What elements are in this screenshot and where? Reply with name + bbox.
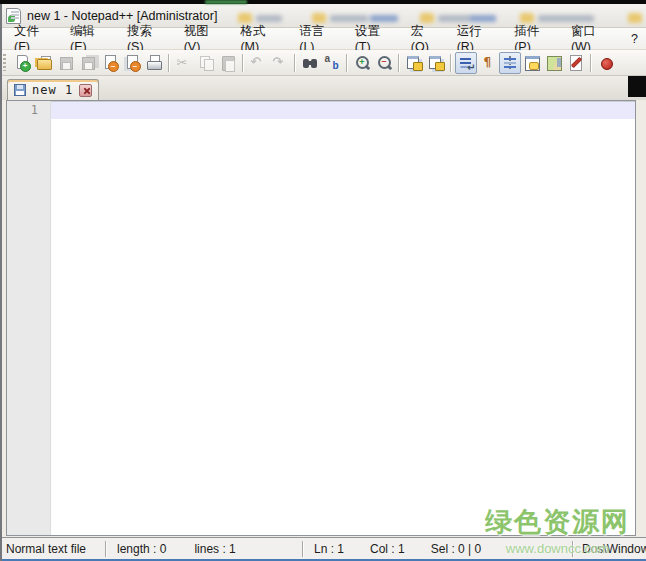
background-window-fragment bbox=[628, 76, 646, 97]
print-icon[interactable] bbox=[143, 52, 165, 74]
doc-type-label: Normal text file bbox=[6, 542, 86, 556]
line-position-label: Ln : 1 bbox=[314, 542, 344, 556]
copy-icon[interactable] bbox=[195, 52, 217, 74]
tab-bar: new 1 bbox=[0, 76, 646, 100]
record-macro-icon[interactable] bbox=[595, 52, 617, 74]
redo-icon[interactable] bbox=[269, 52, 291, 74]
tab-new-1[interactable]: new 1 bbox=[7, 79, 99, 100]
text-content[interactable] bbox=[51, 101, 635, 535]
sync-vertical-scroll-icon[interactable] bbox=[403, 52, 425, 74]
function-list-icon[interactable] bbox=[565, 52, 587, 74]
undo-icon[interactable] bbox=[247, 52, 269, 74]
notepad-plus-plus-window: new 1 - Notepad++ [Administrator] 文件(F)编… bbox=[0, 0, 646, 561]
show-all-characters-icon[interactable] bbox=[477, 52, 499, 74]
menu-item-help[interactable]: ? bbox=[623, 30, 646, 48]
background-folder-icon bbox=[628, 13, 642, 23]
toolbar-separator bbox=[450, 54, 452, 72]
zoom-out-icon[interactable] bbox=[373, 52, 395, 74]
line-number-gutter: 1 bbox=[7, 101, 51, 535]
toolbar-separator bbox=[168, 54, 170, 72]
selection-label: Sel : 0 | 0 bbox=[431, 542, 481, 556]
status-bar: Normal text file length : 0 lines : 1 Ln… bbox=[0, 537, 646, 559]
close-icon[interactable] bbox=[99, 52, 121, 74]
saved-file-icon bbox=[14, 84, 26, 96]
desktop-background-top bbox=[0, 0, 646, 4]
toolbar-separator bbox=[590, 54, 592, 72]
background-green-blob bbox=[205, 0, 247, 4]
replace-icon[interactable] bbox=[321, 52, 343, 74]
toolbar-separator bbox=[242, 54, 244, 72]
zoom-in-icon[interactable] bbox=[351, 52, 373, 74]
line-number: 1 bbox=[7, 101, 50, 117]
column-position-label: Col : 1 bbox=[370, 542, 405, 556]
toolbar bbox=[0, 50, 646, 76]
word-wrap-icon[interactable] bbox=[455, 52, 477, 74]
open-file-icon[interactable] bbox=[33, 52, 55, 74]
window-left-edge bbox=[0, 4, 2, 561]
menu-bar: 文件(F)编辑(E)搜索(S)视图(V)格式(M)语言(L)设置(T)宏(O)运… bbox=[0, 28, 646, 50]
current-line-highlight bbox=[51, 102, 635, 119]
toolbar-separator bbox=[294, 54, 296, 72]
tab-close-icon[interactable] bbox=[79, 84, 92, 97]
toolbar-separator bbox=[398, 54, 400, 72]
length-label: length : 0 bbox=[117, 542, 166, 556]
document-map-icon[interactable] bbox=[543, 52, 565, 74]
paste-icon[interactable] bbox=[217, 52, 239, 74]
indent-guide-icon[interactable] bbox=[499, 52, 521, 74]
save-icon[interactable] bbox=[55, 52, 77, 74]
new-file-icon[interactable] bbox=[11, 52, 33, 74]
editor-area[interactable]: 1 bbox=[6, 100, 636, 536]
tab-label: new 1 bbox=[32, 83, 73, 97]
sync-horizontal-scroll-icon[interactable] bbox=[425, 52, 447, 74]
lines-label: lines : 1 bbox=[194, 542, 235, 556]
toolbar-grip[interactable] bbox=[3, 54, 6, 71]
eol-format-label: Dos\Windows bbox=[582, 542, 646, 556]
save-all-icon[interactable] bbox=[77, 52, 99, 74]
find-icon[interactable] bbox=[299, 52, 321, 74]
user-defined-dialog-icon[interactable] bbox=[521, 52, 543, 74]
close-all-icon[interactable] bbox=[121, 52, 143, 74]
cut-icon[interactable] bbox=[173, 52, 195, 74]
toolbar-separator bbox=[346, 54, 348, 72]
